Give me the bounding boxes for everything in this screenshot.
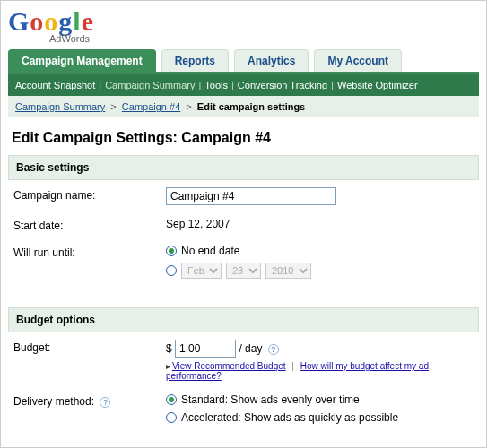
budget-help-icon[interactable]: ? — [268, 344, 279, 355]
google-logo: Google — [8, 6, 479, 37]
end-year-select[interactable]: 2010 — [265, 263, 311, 279]
start-date-label: Start date: — [13, 218, 166, 232]
end-day-select[interactable]: 23 — [226, 263, 261, 279]
triangle-icon: ▸ — [166, 361, 170, 371]
currency-symbol: $ — [166, 342, 172, 355]
tab-analytics[interactable]: Analytics — [234, 49, 309, 72]
subnav: Account Snapshot | Campaign Summary | To… — [8, 74, 479, 96]
subnav-tools[interactable]: Tools — [204, 80, 228, 90]
page-title: Edit Campaign Settings: Campaign #4 — [12, 130, 475, 146]
section-budget-options: Budget options — [8, 307, 479, 332]
tab-campaign-management[interactable]: Campaign Management — [8, 49, 156, 72]
end-month-select[interactable]: Feb — [181, 263, 222, 279]
delivery-method-label: Delivery method: — [13, 395, 94, 408]
delivery-accelerated-radio[interactable] — [166, 412, 177, 423]
will-run-until-label: Will run until: — [13, 245, 166, 259]
per-day-label: / day — [239, 342, 262, 355]
breadcrumb-campaign-summary[interactable]: Campaign Summary — [15, 101, 105, 112]
subnav-account-snapshot[interactable]: Account Snapshot — [15, 80, 95, 90]
subnav-website-optimizer[interactable]: Website Optimizer — [337, 80, 418, 90]
budget-label: Budget: — [13, 340, 166, 354]
campaign-name-input[interactable] — [166, 187, 336, 205]
product-name: AdWords — [49, 33, 479, 44]
no-end-date-radio[interactable] — [166, 246, 177, 256]
subnav-campaign-summary[interactable]: Campaign Summary — [105, 80, 195, 90]
tab-my-account[interactable]: My Account — [314, 49, 402, 72]
delivery-standard-label: Standard: Show ads evenly over time — [181, 393, 360, 406]
tab-reports[interactable]: Reports — [161, 49, 229, 72]
main-tabs: Campaign Management Reports Analytics My… — [8, 49, 479, 74]
breadcrumb: Campaign Summary > Campaign #4 > Edit ca… — [8, 96, 479, 117]
end-date-radio[interactable] — [166, 265, 177, 276]
delivery-accelerated-label: Accelerated: Show ads as quickly as poss… — [181, 411, 398, 424]
start-date-value: Sep 12, 2007 — [166, 218, 474, 230]
no-end-date-label: No end date — [181, 245, 239, 257]
view-recommended-budget-link[interactable]: View Recommended Budget — [172, 361, 286, 371]
budget-input[interactable] — [175, 340, 236, 358]
subnav-conversion-tracking[interactable]: Conversion Tracking — [238, 80, 327, 90]
breadcrumb-current: Edit campaign settings — [197, 101, 305, 112]
delivery-help-icon[interactable]: ? — [100, 397, 110, 408]
breadcrumb-campaign-4[interactable]: Campaign #4 — [122, 101, 180, 112]
campaign-name-label: Campaign name: — [13, 187, 166, 202]
section-basic-settings: Basic settings — [8, 155, 479, 180]
delivery-standard-radio[interactable] — [166, 394, 177, 405]
